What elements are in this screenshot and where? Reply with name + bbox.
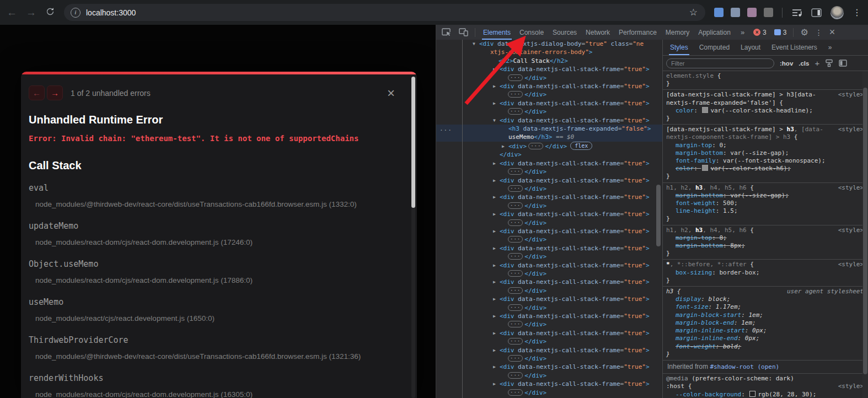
reload-button[interactable] — [45, 7, 55, 18]
dom-tree-row[interactable]: ▶<div data-nextjs-call-stack-frame="true… — [436, 295, 662, 303]
color-swatch[interactable] — [749, 391, 756, 397]
dom-tree-row[interactable]: ▶<div data-nextjs-call-stack-frame="true… — [436, 159, 662, 168]
collapsed-arrow-icon[interactable]: ▶ — [493, 346, 500, 354]
collapsed-content-icon[interactable]: ··· — [508, 185, 523, 192]
collapsed-arrow-icon[interactable]: ▶ — [493, 82, 500, 90]
dom-tree-row[interactable]: </div> — [436, 150, 662, 159]
media-controls-icon[interactable] — [791, 8, 802, 17]
collapsed-content-icon[interactable]: ··· — [508, 321, 523, 327]
console-errors-badge[interactable]: × 3 — [750, 29, 770, 36]
tab-memory[interactable]: Memory — [661, 25, 694, 40]
rule-origin-link[interactable]: <style> — [838, 126, 864, 141]
rule-origin-link[interactable]: <style> — [838, 261, 864, 268]
previous-error-button[interactable]: ← — [29, 85, 45, 100]
shadow-root-link[interactable]: #shadow-root (open) — [710, 363, 779, 370]
extension-icon-1[interactable] — [714, 8, 724, 17]
inspect-element-icon[interactable] — [438, 28, 454, 36]
dom-tree-row[interactable]: ···</div> — [436, 107, 662, 116]
dom-tree-row[interactable]: ···</div> — [436, 287, 662, 295]
collapsed-content-icon[interactable]: ··· — [508, 108, 523, 115]
collapsed-content-icon[interactable]: ··· — [508, 355, 523, 362]
css-declaration[interactable]: margin-block-end: 1em; — [666, 319, 864, 327]
collapsed-arrow-icon[interactable]: ▶ — [493, 278, 500, 286]
collapsed-arrow-icon[interactable]: ▶ — [493, 261, 500, 270]
collapsed-arrow-icon[interactable]: ▶ — [493, 176, 500, 185]
call-stack-frame[interactable]: ThirdwebProviderCorenode_modules/@thirdw… — [29, 335, 403, 361]
collapsed-content-icon[interactable]: ··· — [508, 338, 523, 345]
rule-origin-link[interactable]: <style> — [838, 91, 864, 106]
url-text[interactable]: localhost:3000 — [86, 8, 679, 17]
rule-selector[interactable]: *, *::before, *::after { — [666, 261, 834, 268]
collapsed-content-icon[interactable]: ··· — [508, 304, 523, 311]
rule-selector[interactable]: h1, h2, h3, h4, h5, h6 { — [666, 184, 834, 192]
tab-network[interactable]: Network — [581, 25, 614, 40]
tab-sources[interactable]: Sources — [548, 25, 581, 40]
sidebar-tab-layout[interactable]: Layout — [736, 40, 765, 55]
dom-tree-row[interactable]: ▶<div data-nextjs-call-stack-frame="true… — [436, 329, 662, 337]
overlay-scrollbar-thumb[interactable] — [411, 77, 415, 208]
collapsed-arrow-icon[interactable]: ▶ — [493, 65, 500, 73]
dom-tree-row[interactable]: ▶<div data-nextjs-call-stack-frame="true… — [436, 176, 662, 185]
collapsed-arrow-icon[interactable]: ▶ — [493, 210, 500, 218]
call-stack-frame[interactable]: updateMemonode_modules/react-dom/cjs/rea… — [29, 221, 403, 246]
collapsed-arrow-icon[interactable]: ▶ — [493, 363, 500, 371]
dom-tree-row[interactable]: ···</div> — [436, 252, 662, 261]
css-declaration[interactable]: font-weight: bold; — [666, 343, 864, 351]
collapsed-arrow-icon[interactable]: ▶ — [493, 227, 500, 235]
css-declaration[interactable]: font-size: 1.17em; — [666, 303, 864, 311]
dom-tree-row[interactable]: xtjs-container-errors-body"> — [436, 48, 662, 56]
styles-filter-input[interactable] — [666, 58, 774, 68]
css-declaration[interactable]: margin-bottom: var(--size-gap); — [666, 192, 864, 200]
collapsed-content-icon[interactable]: ··· — [508, 202, 523, 209]
call-stack-frame[interactable]: evalnode_modules/@thirdweb-dev/react-cor… — [29, 183, 403, 208]
bookmark-star-icon[interactable]: ☆ — [685, 7, 702, 18]
dom-tree-row[interactable]: ···</div> — [436, 320, 662, 329]
extension-icon-2[interactable] — [731, 8, 740, 17]
rule-selector[interactable]: :host { — [666, 383, 834, 390]
toggle-class-button[interactable]: .cls — [799, 60, 809, 67]
css-declaration[interactable]: display: block; — [666, 295, 864, 303]
call-stack-frame[interactable]: renderWithHooksnode_modules/react-dom/cj… — [29, 373, 403, 398]
collapsed-content-icon[interactable]: ··· — [508, 74, 523, 81]
toggle-sidebar-icon[interactable] — [839, 60, 847, 67]
css-declaration[interactable]: font-family: var(--font-stack-monospace)… — [666, 157, 864, 165]
css-declaration[interactable]: line-height: 1.5; — [666, 207, 864, 215]
dom-tree-row[interactable]: ···</div> — [436, 270, 662, 278]
css-declaration[interactable]: margin-block-start: 1em; — [666, 311, 864, 319]
styles-scrollbar-thumb[interactable] — [863, 88, 867, 374]
dom-tree-row[interactable]: ▶<div data-nextjs-call-stack-frame="true… — [436, 82, 662, 90]
dom-tree-row[interactable]: ···</div> — [436, 372, 662, 380]
collapsed-content-icon[interactable]: ··· — [508, 372, 523, 379]
dom-tree-row[interactable]: ▶<div data-nextjs-call-stack-frame="true… — [436, 210, 662, 218]
sidebar-more-chevron[interactable]: » — [823, 40, 837, 55]
rule-selector[interactable]: h1, h2, h3, h4, h5, h6 { — [666, 227, 834, 234]
dom-tree-row[interactable]: <h2>Call Stack</h2> — [436, 57, 662, 65]
collapsed-content-icon[interactable]: ··· — [508, 236, 523, 243]
css-declaration[interactable]: color: var(--color-stack-headline); — [666, 107, 864, 115]
profile-avatar[interactable] — [831, 6, 844, 19]
collapsed-content-icon[interactable]: ··· — [508, 219, 523, 226]
close-overlay-icon[interactable]: × — [387, 87, 395, 100]
rule-selector[interactable]: [data-nextjs-call-stack-frame] > h3, [da… — [666, 126, 834, 141]
dom-tree-row[interactable]: ···</div> — [436, 185, 662, 193]
devtools-close-icon[interactable]: × — [826, 26, 840, 38]
rule-origin-link[interactable]: <style> — [838, 184, 864, 192]
expanded-arrow-icon[interactable]: ▼ — [473, 40, 479, 48]
collapsed-arrow-icon[interactable]: ▶ — [493, 380, 500, 388]
rule-origin-link[interactable]: user agent stylesheet — [787, 288, 864, 295]
collapsed-content-icon[interactable]: ··· — [508, 270, 523, 277]
dom-tree-row[interactable]: ···</div> — [436, 304, 662, 312]
dom-tree-scrollbar-thumb[interactable] — [656, 185, 661, 246]
css-declaration[interactable]: margin-inline-end: 0px; — [666, 335, 864, 342]
dom-tree-row[interactable]: useMemo</h3> == $0 — [436, 133, 662, 141]
back-button[interactable]: ← — [7, 7, 17, 18]
collapsed-arrow-icon[interactable]: ▶ — [502, 142, 508, 150]
dom-tree-row[interactable]: ▶<div data-nextjs-call-stack-frame="true… — [436, 244, 662, 252]
tab-elements[interactable]: Elements — [479, 25, 515, 40]
rule-selector[interactable]: [data-nextjs-call-stack-frame] > h3[data… — [666, 91, 834, 106]
css-declaration[interactable]: margin-inline-start: 0px; — [666, 327, 864, 335]
css-declaration[interactable]: color: var(--color-stack-h6); — [666, 165, 864, 173]
css-declaration[interactable]: font-weight: 500; — [666, 200, 864, 207]
sidebar-tab-styles[interactable]: Styles — [665, 40, 693, 55]
next-error-button[interactable]: → — [47, 85, 63, 100]
